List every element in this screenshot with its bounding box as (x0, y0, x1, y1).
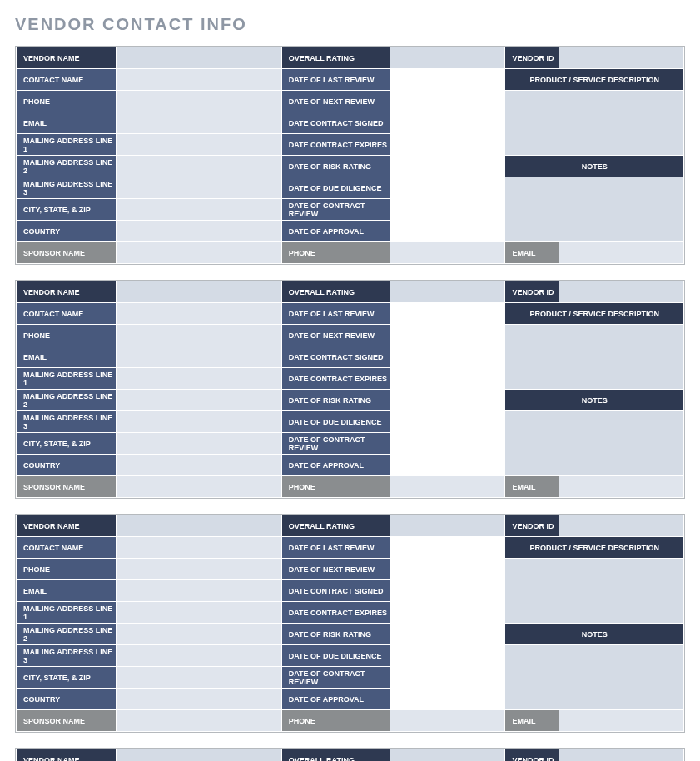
city-state-zip-value[interactable] (117, 199, 281, 221)
mailing-1-value[interactable] (117, 368, 281, 390)
vendor-id-value[interactable] (559, 47, 683, 69)
overall-rating-label: OVERALL RATING (281, 47, 390, 69)
vendor-id-value[interactable] (559, 281, 683, 303)
overall-rating-value[interactable] (390, 281, 505, 303)
vendor-name-label: VENDOR NAME (17, 515, 117, 537)
email-value[interactable] (117, 346, 281, 368)
country-label: COUNTRY (17, 221, 117, 242)
overall-rating-value[interactable] (390, 749, 505, 762)
contact-name-label: CONTACT NAME (17, 69, 117, 91)
email-value[interactable] (117, 580, 281, 602)
contact-name-value[interactable] (117, 537, 281, 559)
date-contract-signed-label: DATE CONTRACT SIGNED (281, 580, 390, 602)
mailing-1-value[interactable] (117, 134, 281, 156)
date-last-review-value[interactable] (390, 303, 505, 325)
sponsor-email-value[interactable] (559, 476, 683, 498)
date-contract-expires-value[interactable] (390, 134, 505, 156)
contact-name-value[interactable] (117, 69, 281, 91)
page-title: VENDOR CONTACT INFO (15, 15, 685, 34)
sponsor-email-value[interactable] (559, 710, 683, 732)
mailing-3-label: MAILING ADDRESS LINE 3 (17, 411, 117, 433)
date-risk-rating-label: DATE OF RISK RATING (281, 390, 390, 411)
product-service-desc-value[interactable] (505, 325, 684, 390)
vendor-name-value[interactable] (117, 515, 281, 537)
product-service-desc-value[interactable] (505, 91, 684, 156)
mailing-2-value[interactable] (117, 156, 281, 177)
date-contract-expires-value[interactable] (390, 602, 505, 624)
sponsor-email-value[interactable] (559, 242, 683, 264)
date-next-review-label: DATE OF NEXT REVIEW (281, 559, 390, 580)
vendor-name-value[interactable] (117, 749, 281, 762)
mailing-3-value[interactable] (117, 177, 281, 199)
mailing-3-value[interactable] (117, 411, 281, 433)
date-risk-rating-value[interactable] (390, 156, 505, 177)
overall-rating-value[interactable] (390, 515, 505, 537)
notes-value[interactable] (505, 177, 684, 242)
phone-value[interactable] (117, 325, 281, 346)
date-last-review-value[interactable] (390, 69, 505, 91)
product-service-desc-value[interactable] (505, 559, 684, 624)
date-contract-review-value[interactable] (390, 433, 505, 455)
date-contract-expires-value[interactable] (390, 368, 505, 390)
date-contract-review-value[interactable] (390, 667, 505, 689)
date-last-review-value[interactable] (390, 537, 505, 559)
overall-rating-label: OVERALL RATING (281, 281, 390, 303)
city-state-zip-value[interactable] (117, 667, 281, 689)
city-state-zip-label: CITY, STATE, & ZIP (17, 433, 117, 455)
date-approval-value[interactable] (390, 455, 505, 476)
date-approval-value[interactable] (390, 221, 505, 242)
city-state-zip-value[interactable] (117, 433, 281, 455)
date-contract-signed-value[interactable] (390, 346, 505, 368)
country-value[interactable] (117, 455, 281, 476)
date-next-review-value[interactable] (390, 325, 505, 346)
date-due-diligence-value[interactable] (390, 177, 505, 199)
date-due-diligence-label: DATE OF DUE DILIGENCE (281, 645, 390, 667)
mailing-3-value[interactable] (117, 645, 281, 667)
sponsor-name-value[interactable] (117, 476, 281, 498)
country-value[interactable] (117, 689, 281, 710)
sponsor-phone-label: PHONE (281, 242, 390, 264)
email-label: EMAIL (17, 580, 117, 602)
date-due-diligence-value[interactable] (390, 411, 505, 433)
notes-value[interactable] (505, 645, 684, 710)
date-contract-signed-value[interactable] (390, 112, 505, 134)
sponsor-name-value[interactable] (117, 710, 281, 732)
sponsor-phone-value[interactable] (390, 476, 505, 498)
date-contract-signed-label: DATE CONTRACT SIGNED (281, 346, 390, 368)
mailing-2-value[interactable] (117, 624, 281, 645)
sponsor-phone-value[interactable] (390, 242, 505, 264)
date-approval-value[interactable] (390, 689, 505, 710)
contact-name-value[interactable] (117, 303, 281, 325)
mailing-1-value[interactable] (117, 602, 281, 624)
date-risk-rating-value[interactable] (390, 390, 505, 411)
overall-rating-value[interactable] (390, 47, 505, 69)
sponsor-phone-value[interactable] (390, 710, 505, 732)
date-due-diligence-value[interactable] (390, 645, 505, 667)
vendor-id-value[interactable] (559, 749, 683, 762)
overall-rating-label: OVERALL RATING (281, 749, 390, 762)
phone-value[interactable] (117, 91, 281, 112)
vendor-block: VENDOR NAME OVERALL RATING VENDOR ID CON… (15, 46, 685, 265)
mailing-2-value[interactable] (117, 390, 281, 411)
notes-value[interactable] (505, 411, 684, 476)
sponsor-email-label: EMAIL (505, 242, 559, 264)
date-next-review-label: DATE OF NEXT REVIEW (281, 91, 390, 112)
phone-value[interactable] (117, 559, 281, 580)
date-risk-rating-value[interactable] (390, 624, 505, 645)
country-value[interactable] (117, 221, 281, 242)
date-approval-label: DATE OF APPROVAL (281, 455, 390, 476)
date-next-review-value[interactable] (390, 91, 505, 112)
email-value[interactable] (117, 112, 281, 134)
vendor-name-value[interactable] (117, 281, 281, 303)
date-contract-review-value[interactable] (390, 199, 505, 221)
date-next-review-label: DATE OF NEXT REVIEW (281, 325, 390, 346)
date-next-review-value[interactable] (390, 559, 505, 580)
date-last-review-label: DATE OF LAST REVIEW (281, 69, 390, 91)
sponsor-phone-label: PHONE (281, 476, 390, 498)
date-contract-signed-value[interactable] (390, 580, 505, 602)
sponsor-name-value[interactable] (117, 242, 281, 264)
date-last-review-label: DATE OF LAST REVIEW (281, 537, 390, 559)
vendor-id-label: VENDOR ID (505, 749, 559, 762)
vendor-name-value[interactable] (117, 47, 281, 69)
vendor-id-value[interactable] (559, 515, 683, 537)
